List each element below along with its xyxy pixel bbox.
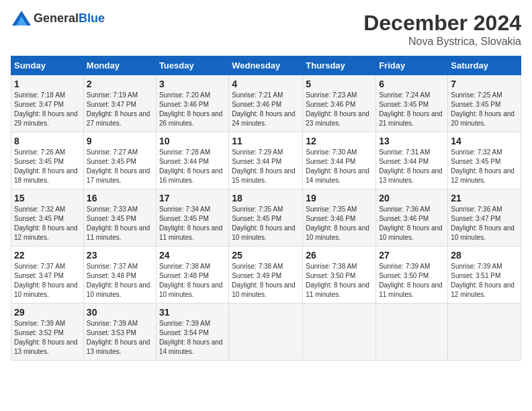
calendar-cell: 17Sunrise: 7:34 AMSunset: 3:45 PMDayligh… [156,189,228,246]
calendar-cell [448,304,521,361]
calendar-cell: 28Sunrise: 7:39 AMSunset: 3:51 PMDayligh… [448,246,521,304]
col-friday: Friday [376,56,448,75]
calendar-cell: 1Sunrise: 7:18 AMSunset: 3:47 PMDaylight… [11,75,84,132]
day-info: Sunrise: 7:25 AMSunset: 3:45 PMDaylight:… [451,91,515,127]
calendar-cell: 18Sunrise: 7:35 AMSunset: 3:45 PMDayligh… [229,189,303,246]
col-monday: Monday [83,56,156,75]
calendar-cell [376,304,448,361]
calendar-cell: 14Sunrise: 7:32 AMSunset: 3:45 PMDayligh… [448,132,521,189]
day-number: 2 [87,79,153,89]
header-row: Sunday Monday Tuesday Wednesday Thursday… [11,56,521,75]
col-thursday: Thursday [303,56,376,75]
day-number: 11 [232,136,300,146]
day-info: Sunrise: 7:39 AMSunset: 3:50 PMDaylight:… [379,263,443,298]
calendar-cell [303,304,376,361]
day-number: 4 [232,79,300,89]
calendar-cell: 15Sunrise: 7:32 AMSunset: 3:45 PMDayligh… [11,189,84,246]
day-info: Sunrise: 7:37 AMSunset: 3:48 PMDaylight:… [87,263,150,298]
subtitle: Nova Bystrica, Slovakia [363,36,521,48]
day-number: 20 [379,193,445,203]
calendar-cell: 23Sunrise: 7:37 AMSunset: 3:48 PMDayligh… [83,246,156,304]
day-number: 17 [159,193,226,203]
calendar-cell: 21Sunrise: 7:36 AMSunset: 3:47 PMDayligh… [448,189,521,246]
day-info: Sunrise: 7:38 AMSunset: 3:49 PMDaylight:… [232,263,296,298]
calendar-cell: 11Sunrise: 7:29 AMSunset: 3:44 PMDayligh… [229,132,303,189]
day-info: Sunrise: 7:39 AMSunset: 3:51 PMDaylight:… [451,263,515,298]
calendar-cell: 7Sunrise: 7:25 AMSunset: 3:45 PMDaylight… [448,75,521,132]
day-number: 7 [451,79,518,89]
day-number: 14 [451,136,518,146]
day-number: 18 [232,193,300,203]
logo: GeneralBlue [11,11,105,26]
calendar-week-3: 15Sunrise: 7:32 AMSunset: 3:45 PMDayligh… [11,189,521,246]
day-info: Sunrise: 7:26 AMSunset: 3:45 PMDaylight:… [14,148,78,184]
logo-text-general: General [34,11,79,25]
day-number: 30 [87,307,153,318]
day-number: 25 [232,250,300,261]
day-number: 10 [159,136,226,146]
day-number: 27 [379,250,445,261]
day-info: Sunrise: 7:28 AMSunset: 3:44 PMDaylight:… [159,148,223,184]
calendar-cell: 8Sunrise: 7:26 AMSunset: 3:45 PMDaylight… [11,132,84,189]
calendar-cell: 29Sunrise: 7:39 AMSunset: 3:52 PMDayligh… [11,304,84,361]
day-number: 1 [14,79,81,89]
calendar-week-5: 29Sunrise: 7:39 AMSunset: 3:52 PMDayligh… [11,304,521,361]
day-number: 19 [306,193,373,203]
col-sunday: Sunday [11,56,84,75]
day-number: 13 [379,136,445,146]
day-info: Sunrise: 7:31 AMSunset: 3:44 PMDaylight:… [379,148,443,184]
day-info: Sunrise: 7:19 AMSunset: 3:47 PMDaylight:… [87,91,150,127]
day-info: Sunrise: 7:30 AMSunset: 3:44 PMDaylight:… [306,148,369,184]
day-info: Sunrise: 7:32 AMSunset: 3:45 PMDaylight:… [451,148,515,184]
day-info: Sunrise: 7:20 AMSunset: 3:46 PMDaylight:… [159,91,223,127]
day-number: 31 [159,307,226,318]
day-info: Sunrise: 7:39 AMSunset: 3:54 PMDaylight:… [159,320,223,355]
calendar-cell: 3Sunrise: 7:20 AMSunset: 3:46 PMDaylight… [156,75,228,132]
day-number: 6 [379,79,445,89]
day-info: Sunrise: 7:36 AMSunset: 3:46 PMDaylight:… [379,205,443,241]
calendar-cell: 26Sunrise: 7:38 AMSunset: 3:50 PMDayligh… [303,246,376,304]
main-title: December 2024 [363,11,521,36]
day-number: 26 [306,250,373,261]
day-number: 16 [87,193,153,203]
calendar-cell [229,304,303,361]
calendar-cell: 2Sunrise: 7:19 AMSunset: 3:47 PMDaylight… [83,75,156,132]
col-tuesday: Tuesday [156,56,228,75]
logo-text-blue: Blue [79,11,105,25]
calendar-cell: 6Sunrise: 7:24 AMSunset: 3:45 PMDaylight… [376,75,448,132]
day-info: Sunrise: 7:29 AMSunset: 3:44 PMDaylight:… [232,148,296,184]
day-number: 28 [451,250,518,261]
day-info: Sunrise: 7:32 AMSunset: 3:45 PMDaylight:… [14,205,78,241]
calendar-cell: 31Sunrise: 7:39 AMSunset: 3:54 PMDayligh… [156,304,228,361]
day-info: Sunrise: 7:39 AMSunset: 3:52 PMDaylight:… [14,320,78,355]
calendar-cell: 12Sunrise: 7:30 AMSunset: 3:44 PMDayligh… [303,132,376,189]
day-number: 29 [14,307,81,318]
day-number: 8 [14,136,81,146]
calendar-cell: 9Sunrise: 7:27 AMSunset: 3:45 PMDaylight… [83,132,156,189]
calendar-cell: 30Sunrise: 7:39 AMSunset: 3:53 PMDayligh… [83,304,156,361]
col-wednesday: Wednesday [229,56,303,75]
calendar-cell: 24Sunrise: 7:38 AMSunset: 3:48 PMDayligh… [156,246,228,304]
calendar-week-4: 22Sunrise: 7:37 AMSunset: 3:47 PMDayligh… [11,246,521,304]
day-info: Sunrise: 7:38 AMSunset: 3:48 PMDaylight:… [159,263,223,298]
calendar-cell: 13Sunrise: 7:31 AMSunset: 3:44 PMDayligh… [376,132,448,189]
day-info: Sunrise: 7:24 AMSunset: 3:45 PMDaylight:… [379,91,443,127]
calendar-cell: 19Sunrise: 7:35 AMSunset: 3:46 PMDayligh… [303,189,376,246]
day-info: Sunrise: 7:21 AMSunset: 3:46 PMDaylight:… [232,91,296,127]
day-info: Sunrise: 7:27 AMSunset: 3:45 PMDaylight:… [87,148,150,184]
day-number: 12 [306,136,373,146]
day-number: 9 [87,136,153,146]
calendar-cell: 27Sunrise: 7:39 AMSunset: 3:50 PMDayligh… [376,246,448,304]
day-info: Sunrise: 7:34 AMSunset: 3:45 PMDaylight:… [159,205,223,241]
day-info: Sunrise: 7:35 AMSunset: 3:45 PMDaylight:… [232,205,296,241]
calendar-cell: 20Sunrise: 7:36 AMSunset: 3:46 PMDayligh… [376,189,448,246]
day-info: Sunrise: 7:33 AMSunset: 3:45 PMDaylight:… [87,205,150,241]
page-header: GeneralBlue December 2024 Nova Bystrica,… [11,11,521,48]
day-info: Sunrise: 7:36 AMSunset: 3:47 PMDaylight:… [451,205,515,241]
day-info: Sunrise: 7:23 AMSunset: 3:46 PMDaylight:… [306,91,369,127]
day-info: Sunrise: 7:37 AMSunset: 3:47 PMDaylight:… [14,263,78,298]
calendar-cell: 25Sunrise: 7:38 AMSunset: 3:49 PMDayligh… [229,246,303,304]
title-area: December 2024 Nova Bystrica, Slovakia [363,11,521,48]
calendar-cell: 22Sunrise: 7:37 AMSunset: 3:47 PMDayligh… [11,246,84,304]
calendar-cell: 4Sunrise: 7:21 AMSunset: 3:46 PMDaylight… [229,75,303,132]
